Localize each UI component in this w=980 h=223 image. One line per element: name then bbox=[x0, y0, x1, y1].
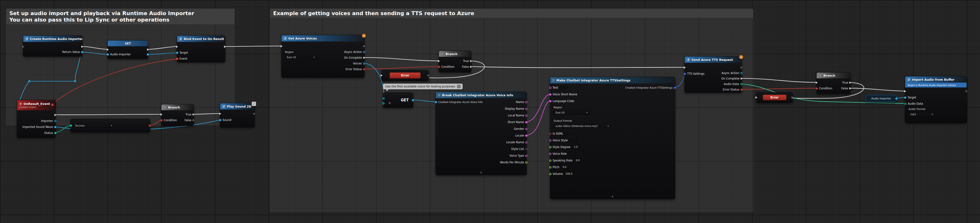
pitch-pin[interactable] bbox=[549, 166, 551, 168]
audio-data-pin[interactable] bbox=[904, 103, 907, 105]
node-error-1[interactable]: Error bbox=[381, 70, 429, 81]
on-complete-exec-pin[interactable] bbox=[363, 57, 365, 59]
element-out-pin[interactable] bbox=[412, 99, 414, 101]
node-set-audio-importer[interactable]: SET Audio Importer bbox=[107, 40, 148, 59]
text-pin[interactable] bbox=[549, 87, 551, 89]
voice-type-pin[interactable] bbox=[525, 155, 527, 157]
audio-format-dropdown[interactable]: mp3 bbox=[908, 112, 935, 116]
voices-array-pin[interactable] bbox=[363, 62, 365, 65]
compare-input-pin[interactable] bbox=[70, 125, 72, 127]
exec-out-pin[interactable] bbox=[791, 96, 794, 99]
target-pin[interactable] bbox=[176, 52, 178, 54]
exec-out-pin[interactable] bbox=[741, 66, 743, 69]
exec-out-pin[interactable] bbox=[363, 45, 365, 47]
false-exec-pin[interactable] bbox=[849, 87, 851, 90]
exec-out-pin[interactable] bbox=[54, 114, 56, 116]
voice-style-value-box[interactable] bbox=[569, 138, 577, 142]
name-pin[interactable] bbox=[525, 101, 527, 103]
voice-short-name-pin[interactable] bbox=[549, 93, 551, 96]
locale-name-pin[interactable] bbox=[525, 141, 527, 144]
node-play-sound-2d[interactable]: Play Sound 2D Sound bbox=[220, 103, 255, 127]
array-pin[interactable] bbox=[382, 97, 385, 100]
language-code-pin[interactable] bbox=[549, 100, 551, 102]
error-status-pin[interactable] bbox=[363, 68, 365, 70]
node-create-runtime-audio-importer[interactable]: Create Runtime Audio Importer Return Val… bbox=[23, 35, 83, 57]
condition-pin[interactable] bbox=[816, 87, 818, 90]
error-status-pin[interactable] bbox=[740, 89, 743, 91]
exec-in-pin[interactable] bbox=[904, 90, 906, 92]
node-break-azure-voice-info[interactable]: Break Chatbot Integrator Azure Voice Inf… bbox=[436, 92, 527, 175]
sound-pin[interactable] bbox=[219, 119, 221, 121]
words-per-minute-pin[interactable] bbox=[525, 161, 527, 164]
true-exec-pin[interactable] bbox=[470, 60, 472, 62]
exec-out-pin[interactable] bbox=[81, 46, 83, 48]
condition-pin[interactable] bbox=[161, 119, 162, 122]
status-pin[interactable] bbox=[54, 132, 56, 134]
node-branch-3[interactable]: Branch Condition True False bbox=[816, 72, 851, 94]
speaking-rate-value[interactable]: 0.0 bbox=[574, 158, 582, 162]
exec-in-pin[interactable] bbox=[176, 46, 178, 48]
exec-out-pin[interactable] bbox=[428, 74, 430, 77]
target-pin[interactable] bbox=[904, 96, 906, 99]
voice-role-pin[interactable] bbox=[549, 153, 551, 155]
region-dropdown[interactable]: East US bbox=[554, 111, 590, 115]
exec-in-pin[interactable] bbox=[107, 48, 109, 51]
imported-sound-wave-pin[interactable] bbox=[54, 126, 56, 128]
importer-pin[interactable] bbox=[54, 120, 56, 122]
node-bind-event-to-on-result[interactable]: Bind Event to On Result Target Event bbox=[177, 35, 225, 62]
node-on-result-event[interactable]: OnResult_Event Custom Event Importer Imp… bbox=[17, 100, 56, 138]
exec-in-pin[interactable] bbox=[219, 112, 221, 115]
delegate-pin[interactable] bbox=[51, 104, 54, 106]
exec-in-pin[interactable] bbox=[281, 45, 283, 47]
struct-in-pin[interactable] bbox=[435, 101, 437, 103]
exec-in-pin[interactable] bbox=[438, 60, 440, 62]
locale-pin[interactable] bbox=[525, 134, 527, 137]
value-in-pin[interactable] bbox=[107, 54, 109, 55]
audio-data-pin[interactable] bbox=[740, 83, 743, 85]
blueprint-canvas[interactable]: Set up audio import and playback via Run… bbox=[0, 0, 980, 223]
local-name-pin[interactable] bbox=[525, 114, 527, 117]
async-action-pin[interactable] bbox=[363, 51, 365, 53]
node-make-azure-tts-settings[interactable]: Make Chatbot Integrator Azure TTSSetting… bbox=[550, 77, 675, 199]
collapse-chevron-icon[interactable] bbox=[612, 195, 614, 198]
text-value-box[interactable] bbox=[559, 86, 568, 90]
exec-out-pin[interactable] bbox=[966, 90, 967, 92]
is-ssml-pin[interactable] bbox=[549, 133, 551, 135]
exec-in-pin[interactable] bbox=[161, 113, 162, 116]
enum-dropdown[interactable]: Success bbox=[73, 123, 114, 128]
exec-out-pin[interactable] bbox=[147, 48, 149, 51]
region-dropdown[interactable]: East US bbox=[285, 55, 317, 59]
node-equals-enum[interactable]: Success bbox=[70, 119, 150, 132]
short-name-pin[interactable] bbox=[525, 121, 527, 123]
node-array-get[interactable]: 0 GET bbox=[383, 92, 413, 108]
struct-out-pin[interactable] bbox=[674, 87, 676, 89]
style-list-pin[interactable] bbox=[525, 148, 527, 150]
index-pin[interactable] bbox=[382, 102, 385, 104]
false-exec-pin[interactable] bbox=[192, 119, 194, 122]
style-degree-pin[interactable] bbox=[549, 146, 551, 148]
node-audio-importer-get[interactable]: Audio Importer bbox=[865, 95, 897, 102]
return-value-pin[interactable] bbox=[81, 51, 83, 53]
exec-in-pin[interactable] bbox=[816, 81, 818, 84]
bubble-pin-icon[interactable] bbox=[457, 85, 460, 88]
voice-role-value-box[interactable] bbox=[568, 152, 576, 156]
pitch-value[interactable]: 0.0 bbox=[560, 165, 569, 169]
node-branch-2[interactable]: Branch Condition True False bbox=[439, 51, 471, 72]
node-send-azure-tts-request[interactable]: Send Azure TTS Request TTS Settings Asyn… bbox=[684, 56, 742, 93]
voice-style-pin[interactable] bbox=[549, 139, 551, 142]
is-ssml-checkbox[interactable] bbox=[564, 132, 568, 135]
exec-in-pin[interactable] bbox=[22, 46, 24, 48]
node-branch-1[interactable]: Branch Condition True False bbox=[161, 104, 194, 126]
volume-value[interactable]: 100.0 bbox=[564, 172, 574, 176]
node-error-2[interactable]: Error bbox=[756, 92, 793, 103]
event-delegate-pin[interactable] bbox=[176, 58, 178, 60]
value-out-pin[interactable] bbox=[147, 54, 149, 55]
false-exec-pin[interactable] bbox=[470, 66, 472, 68]
style-degree-value[interactable]: 1.0 bbox=[571, 145, 580, 149]
true-exec-pin[interactable] bbox=[192, 113, 194, 116]
display-name-pin[interactable] bbox=[525, 108, 527, 110]
true-exec-pin[interactable] bbox=[849, 81, 851, 84]
on-complete-exec-pin[interactable] bbox=[741, 77, 743, 80]
collapse-chevron-icon[interactable] bbox=[480, 171, 482, 174]
async-action-pin[interactable] bbox=[740, 72, 743, 74]
